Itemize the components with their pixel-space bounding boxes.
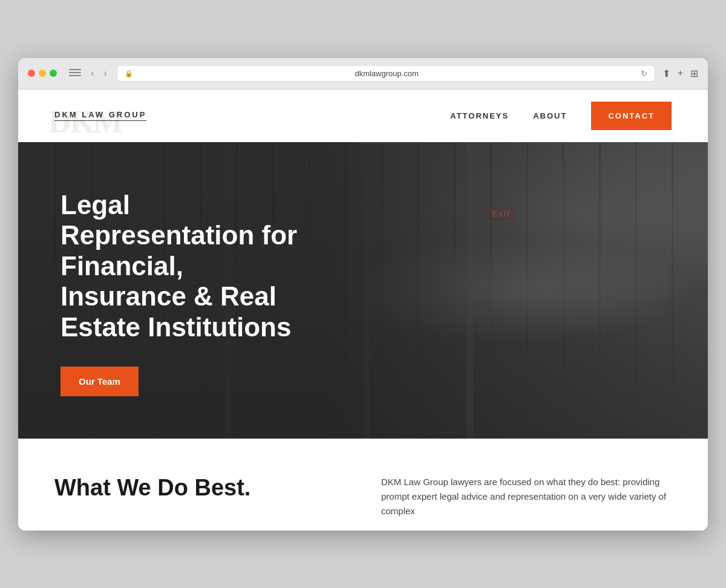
traffic-lights [28,70,57,77]
nav-contact-button[interactable]: CONTACT [591,102,672,130]
browser-nav: ‹ › [88,67,110,80]
logo-text[interactable]: DKM LAW GROUP [54,110,146,121]
nav-attorneys[interactable]: ATTORNEYS [450,111,509,120]
reload-icon[interactable]: ↻ [641,69,647,78]
close-button[interactable] [28,70,35,77]
logo-container: DKM DKM LAW GROUP [54,110,146,121]
section-grid: What We Do Best. DKM Law Group lawyers a… [54,475,672,518]
browser-chrome: ‹ › 🔒 dkmlawgroup.com ↻ ⬆ + ⊞ [18,58,708,90]
section-heading-container: What We Do Best. [54,475,345,501]
below-hero-section: What We Do Best. DKM Law Group lawyers a… [18,439,708,531]
hero-content: Legal Representation for Financial, Insu… [18,142,357,439]
sidebar-toggle[interactable] [69,69,81,77]
logo-watermark: DKM [48,104,122,140]
browser-window: ‹ › 🔒 dkmlawgroup.com ↻ ⬆ + ⊞ DKM DKM LA… [18,58,708,531]
hero-section: Legal Representation for Financial, Insu… [18,142,708,439]
back-button[interactable]: ‹ [88,67,96,80]
section-body-container: DKM Law Group lawyers are focused on wha… [381,475,672,518]
new-tab-icon[interactable]: + [678,68,683,79]
url-text: dkmlawgroup.com [137,69,637,78]
nav-about[interactable]: ABOUT [533,111,567,120]
site-nav: ATTORNEYS ABOUT CONTACT [450,102,672,130]
maximize-button[interactable] [50,70,57,77]
forward-button[interactable]: › [101,67,109,80]
address-bar[interactable]: 🔒 dkmlawgroup.com ↻ [117,65,655,82]
lock-icon: 🔒 [125,70,133,77]
hero-title: Legal Representation for Financial, Insu… [60,190,315,343]
tabs-icon[interactable]: ⊞ [690,68,698,79]
hero-cta-button[interactable]: Our Team [60,367,139,396]
share-icon[interactable]: ⬆ [662,68,670,79]
section-body-text: DKM Law Group lawyers are focused on wha… [381,475,672,518]
section-heading: What We Do Best. [54,475,345,501]
browser-actions: ⬆ + ⊞ [662,68,698,79]
site-header: DKM DKM LAW GROUP ATTORNEYS ABOUT CONTAC… [18,90,708,142]
website-content: DKM DKM LAW GROUP ATTORNEYS ABOUT CONTAC… [18,90,708,531]
minimize-button[interactable] [39,70,46,77]
